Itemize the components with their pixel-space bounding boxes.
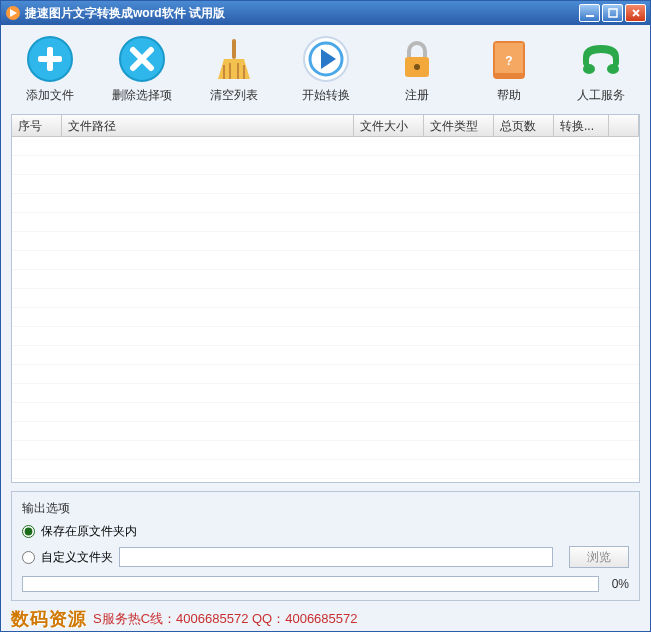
clear-list-button[interactable]: 清空列表 xyxy=(191,33,277,106)
register-button[interactable]: 注册 xyxy=(374,33,460,106)
col-convert[interactable]: 转换... xyxy=(554,115,609,136)
maximize-button[interactable] xyxy=(602,4,623,22)
svg-point-15 xyxy=(583,64,595,74)
close-button[interactable] xyxy=(625,4,646,22)
col-pages[interactable]: 总页数 xyxy=(494,115,554,136)
watermark-right: S服务热C线：4006685572 QQ：4006685572 xyxy=(93,610,358,628)
custom-folder-radio[interactable] xyxy=(22,551,35,564)
add-file-button[interactable]: 添加文件 xyxy=(7,33,93,106)
help-label: 帮助 xyxy=(497,87,521,104)
save-original-label: 保存在原文件夹内 xyxy=(41,523,137,540)
phone-icon xyxy=(577,35,625,83)
delete-selection-button[interactable]: 删除选择项 xyxy=(99,33,185,106)
help-book-icon: ? xyxy=(485,35,533,83)
watermark-left: 数码资源 xyxy=(11,607,87,631)
col-tail xyxy=(609,115,639,136)
add-file-label: 添加文件 xyxy=(26,87,74,104)
service-button[interactable]: 人工服务 xyxy=(558,33,644,106)
play-icon xyxy=(302,35,350,83)
progress-percent: 0% xyxy=(605,577,629,591)
save-original-radio[interactable] xyxy=(22,525,35,538)
clear-list-label: 清空列表 xyxy=(210,87,258,104)
lock-icon xyxy=(393,35,441,83)
browse-button[interactable]: 浏览 xyxy=(569,546,629,568)
delete-selection-label: 删除选择项 xyxy=(112,87,172,104)
minimize-button[interactable] xyxy=(579,4,600,22)
plus-icon xyxy=(26,35,74,83)
titlebar: 捷速图片文字转换成word软件 试用版 xyxy=(1,1,650,25)
svg-point-13 xyxy=(414,64,420,70)
toolbar: 添加文件 删除选择项 清空列表 开始转换 注册 xyxy=(1,25,650,110)
output-options-panel: 输出选项 保存在原文件夹内 自定义文件夹 浏览 0% xyxy=(11,491,640,601)
window-title: 捷速图片文字转换成word软件 试用版 xyxy=(25,5,577,22)
col-type[interactable]: 文件类型 xyxy=(424,115,494,136)
x-icon xyxy=(118,35,166,83)
custom-folder-input[interactable] xyxy=(119,547,553,567)
progress-bar xyxy=(22,576,599,592)
svg-rect-9 xyxy=(232,39,236,59)
svg-rect-1 xyxy=(586,15,594,17)
help-button[interactable]: ? 帮助 xyxy=(466,33,552,106)
custom-folder-radio-wrap[interactable]: 自定义文件夹 xyxy=(22,549,113,566)
custom-folder-option: 自定义文件夹 浏览 xyxy=(22,546,629,568)
svg-rect-6 xyxy=(38,56,62,62)
svg-rect-2 xyxy=(609,9,617,17)
custom-folder-label: 自定义文件夹 xyxy=(41,549,113,566)
col-path[interactable]: 文件路径 xyxy=(62,115,354,136)
output-options-title: 输出选项 xyxy=(22,500,629,517)
app-window: 捷速图片文字转换成word软件 试用版 添加文件 删除选择项 清空列表 xyxy=(0,0,651,632)
start-convert-button[interactable]: 开始转换 xyxy=(283,33,369,106)
app-icon xyxy=(5,5,21,21)
footer: 数码资源 S服务热C线：4006685572 QQ：4006685572 xyxy=(1,607,650,631)
svg-text:?: ? xyxy=(506,54,513,68)
progress-row: 0% xyxy=(22,576,629,592)
list-header: 序号 文件路径 文件大小 文件类型 总页数 转换... xyxy=(12,115,639,137)
broom-icon xyxy=(210,35,258,83)
col-size[interactable]: 文件大小 xyxy=(354,115,424,136)
start-convert-label: 开始转换 xyxy=(302,87,350,104)
col-seq[interactable]: 序号 xyxy=(12,115,62,136)
register-label: 注册 xyxy=(405,87,429,104)
list-body[interactable] xyxy=(12,137,639,482)
file-list: 序号 文件路径 文件大小 文件类型 总页数 转换... xyxy=(11,114,640,483)
service-label: 人工服务 xyxy=(577,87,625,104)
save-original-option[interactable]: 保存在原文件夹内 xyxy=(22,523,629,540)
svg-point-16 xyxy=(607,64,619,74)
